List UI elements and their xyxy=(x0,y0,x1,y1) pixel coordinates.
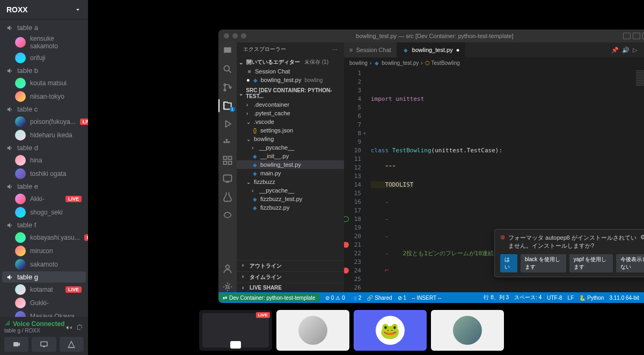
outline-section[interactable]: ›アウトライン xyxy=(237,260,344,271)
session-chat-icon[interactable] xyxy=(222,46,233,56)
file-fizzbuzz-py[interactable]: ◆fizzbuzz.py xyxy=(237,203,344,212)
folder-pytest-cache[interactable]: ›.pytest_cache xyxy=(237,109,344,117)
voice-user[interactable]: orifuji xyxy=(2,51,86,64)
avatar xyxy=(15,168,26,179)
extensions-icon[interactable] xyxy=(222,155,233,166)
notif-later-button[interactable]: 今後表示しない xyxy=(616,254,644,272)
debug-icon[interactable] xyxy=(222,119,233,129)
voice-user[interactable]: hideharu ikeda xyxy=(2,129,86,142)
speaker-icon xyxy=(6,24,14,32)
python-version[interactable]: 3.11.0 64-bit xyxy=(609,295,639,301)
open-editor-session-chat[interactable]: ≡Session Chat xyxy=(237,67,344,76)
participants-indicator[interactable]: 👥 2 xyxy=(350,295,362,301)
language-mode[interactable]: 🐍 Python xyxy=(579,295,604,301)
audio-icon[interactable]: 🔊 xyxy=(622,47,628,53)
search-icon[interactable] xyxy=(222,64,233,75)
pin-icon[interactable]: 📌 xyxy=(611,47,618,53)
voice-channel-table-b[interactable]: table b xyxy=(2,65,86,76)
indentation[interactable]: スペース: 4 xyxy=(514,294,541,301)
file-settings-json[interactable]: {}settings.json xyxy=(237,126,344,135)
minimize-window-icon[interactable] xyxy=(232,33,238,39)
open-editor-bowling-test[interactable]: ●◆bowling_test.pybowling xyxy=(237,76,344,84)
liveshare-section[interactable]: ›LIVE SHARE xyxy=(237,283,344,292)
live-share-icon[interactable] xyxy=(222,210,233,220)
voice-channel-table-a[interactable]: table a xyxy=(2,22,86,33)
settings-gear-icon[interactable] xyxy=(222,282,233,292)
workspace-header[interactable]: ⌄SRC [DEV CONTAINER: PYTHON-TEST... xyxy=(237,86,344,100)
voice-channel-table-g[interactable]: table g xyxy=(2,271,86,283)
accounts-icon[interactable] xyxy=(222,263,233,274)
video-tile-user-3[interactable] xyxy=(431,310,504,351)
maximize-window-icon[interactable] xyxy=(241,33,246,39)
vscode-titlebar[interactable]: bowling_test.py — src [Dev Container: py… xyxy=(218,29,644,42)
screenshare-button[interactable] xyxy=(32,337,56,352)
source-control-icon[interactable] xyxy=(222,82,233,93)
remote-indicator[interactable]: ⇄ Dev Container: python-test-template xyxy=(218,294,320,302)
docker-icon[interactable] xyxy=(222,137,233,147)
tab-bowling-test[interactable]: ◆bowling_test.py● xyxy=(397,42,465,57)
video-tiles: LIVE ⋯ 🐸 xyxy=(199,310,504,351)
file-fizzbuzz-test[interactable]: ◆fizzbuzz_test.py xyxy=(237,195,344,203)
voice-user[interactable]: sakamoto xyxy=(2,258,86,271)
explorer-icon[interactable]: 1 xyxy=(222,100,233,111)
timeline-section[interactable]: ›タイムライン xyxy=(237,271,344,283)
voice-user[interactable]: toshiki ogata xyxy=(2,167,86,180)
encoding[interactable]: UTF-8 xyxy=(547,295,562,301)
voice-channel-table-e[interactable]: table e xyxy=(2,181,86,192)
voice-user[interactable]: kotamatLIVE xyxy=(2,283,86,296)
server-header[interactable]: ROXX xyxy=(0,0,88,19)
cursor-position[interactable]: 行 8、列 3 xyxy=(484,294,509,301)
voice-user[interactable]: kouta matsui xyxy=(2,77,86,90)
folder-vscode[interactable]: ⌄.vscode xyxy=(237,117,344,126)
voice-user[interactable]: shogo_seki xyxy=(2,206,86,219)
speaker-icon xyxy=(6,144,14,152)
voice-user[interactable]: Masaya Okawa xyxy=(2,310,86,317)
voice-user[interactable]: kensuke sakamoto xyxy=(2,34,86,51)
voice-user[interactable]: poison(fukuya...LIVE xyxy=(2,115,86,128)
folder-pycache-2[interactable]: ›__pycache__ xyxy=(237,186,344,195)
voice-channel-table-d[interactable]: table d xyxy=(2,142,86,153)
activities-button[interactable] xyxy=(60,337,84,352)
close-window-icon[interactable] xyxy=(224,33,229,39)
layout-icons[interactable] xyxy=(623,33,644,39)
eol[interactable]: LF xyxy=(568,295,574,301)
voice-user[interactable]: kobayashi.yasu...LIVE xyxy=(2,231,86,244)
tab-session-chat[interactable]: ≡Session Chat xyxy=(344,42,397,57)
notif-yapf-button[interactable]: yapf を使用します xyxy=(569,254,613,272)
disconnect-icon[interactable] xyxy=(76,324,84,331)
folder-devcontainer[interactable]: ›.devcontainer xyxy=(237,100,344,109)
shared-indicator[interactable]: 🔗 Shared xyxy=(367,295,392,301)
run-icon[interactable]: ▷ xyxy=(633,47,639,53)
voice-channel-table-c[interactable]: table c xyxy=(2,103,86,115)
notif-black-button[interactable]: black を使用します xyxy=(521,254,566,272)
vscode-window: bowling_test.py — src [Dev Container: py… xyxy=(218,29,644,303)
video-tile-user-1[interactable] xyxy=(276,310,349,351)
file-main-py[interactable]: ◆main.py xyxy=(237,169,344,178)
noise-suppression-icon[interactable] xyxy=(65,324,73,331)
voice-channel-table-f[interactable]: table f xyxy=(2,219,86,231)
folder-fizzbuzz[interactable]: ⌄fizzbuzz xyxy=(237,178,344,186)
remote-explorer-icon[interactable] xyxy=(222,173,233,184)
more-icon[interactable]: ⋯ xyxy=(232,340,239,349)
gear-icon[interactable]: ⚙ xyxy=(640,234,644,241)
voice-user[interactable]: niisan-tokyo xyxy=(2,90,86,103)
more-icon[interactable]: ⋯ xyxy=(332,47,338,53)
voice-user[interactable]: mirucon xyxy=(2,245,86,257)
voice-user[interactable]: Akki-LIVE xyxy=(2,193,86,205)
breadcrumb[interactable]: bowling› ◆bowling_test.py› ⬡TestBowling xyxy=(344,57,644,68)
viewer-indicator[interactable]: ⊘ 1 xyxy=(398,295,407,301)
problems-indicator[interactable]: ⊘ 0 ⚠ 0 xyxy=(325,295,345,301)
video-tile-user-2[interactable]: 🐸 xyxy=(354,310,427,351)
file-init-py[interactable]: ◆__init__.py xyxy=(237,152,344,160)
video-tile-screenshare[interactable]: LIVE ⋯ xyxy=(199,310,272,351)
folder-bowling[interactable]: ⌄bowling xyxy=(237,135,344,143)
folder-pycache-1[interactable]: ›__pycache__ xyxy=(237,143,344,152)
voice-user[interactable]: Gukki- xyxy=(2,297,86,309)
avatar xyxy=(15,246,26,256)
voice-user[interactable]: hina xyxy=(2,154,86,167)
open-editors-header[interactable]: ⌄開いているエディター未保存 (1) xyxy=(237,57,344,67)
file-bowling-test[interactable]: ◆bowling_test.py xyxy=(237,160,344,169)
testing-icon[interactable] xyxy=(222,191,233,202)
notif-yes-button[interactable]: はい xyxy=(500,254,517,272)
video-button[interactable] xyxy=(4,337,28,352)
